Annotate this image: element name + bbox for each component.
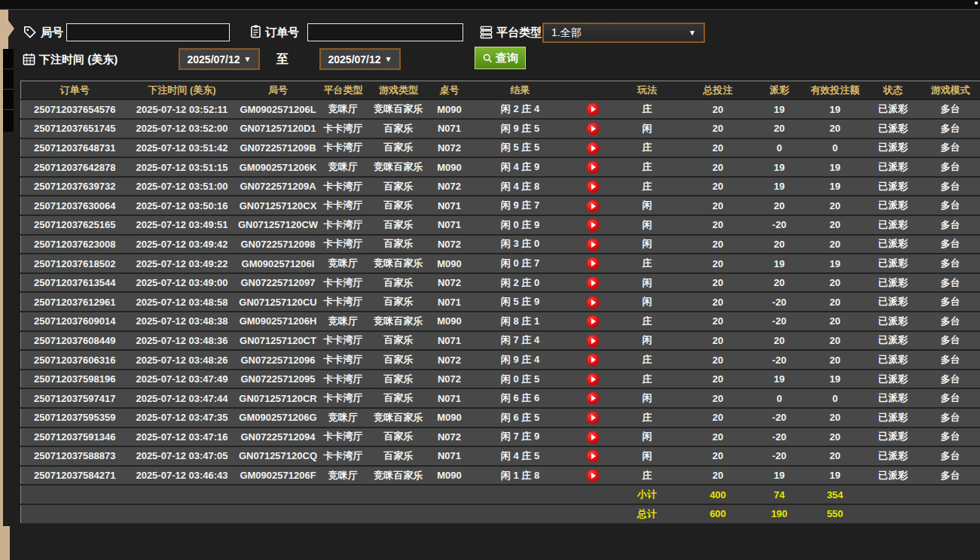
cell-total-bet: 20 — [682, 254, 754, 273]
replay-play-icon[interactable] — [587, 335, 599, 347]
replay-play-icon[interactable] — [587, 219, 599, 231]
cell-valid-bet: 20 — [805, 312, 866, 331]
query-button[interactable]: 查询 — [475, 47, 526, 69]
table-row: 250712037584271 2025-07-12 03:46:43 GM09… — [21, 466, 980, 485]
cell-game-type: 竞咪百家乐 — [366, 408, 432, 428]
replay-play-icon[interactable] — [587, 354, 599, 366]
table-row: 250712037597417 2025-07-12 03:47:44 GN07… — [21, 388, 980, 408]
replay-play-icon[interactable] — [587, 431, 599, 443]
replay-play-icon[interactable] — [587, 373, 599, 385]
cell-status: 已派彩 — [866, 312, 921, 331]
cell-game-mode: 多台 — [921, 254, 980, 273]
cell-platform: 卡卡湾厅 — [321, 119, 366, 138]
subtotal-valid-bet: 354 — [805, 485, 866, 504]
cell-platform: 卡卡湾厅 — [321, 388, 366, 408]
cell-bet-time: 2025-07-12 03:51:00 — [129, 177, 236, 196]
cell-result: 闲 2 庄 4 — [468, 100, 573, 120]
grand-total-total-bet: 600 — [682, 504, 754, 524]
replay-play-icon[interactable] — [587, 297, 599, 309]
table-row: 250712037612961 2025-07-12 03:48:58 GN07… — [21, 292, 980, 312]
cell-order-no: 250712037613544 — [21, 273, 129, 293]
cell-play-type: 庄 — [612, 254, 682, 273]
cell-round-no: GN07225712094 — [236, 428, 321, 447]
cell-play-type: 庄 — [612, 100, 682, 120]
cell-total-bet: 20 — [682, 292, 754, 312]
cell-payout: 19 — [754, 177, 805, 196]
cell-game-type: 竞咪百家乐 — [366, 466, 432, 485]
cell-replay — [573, 157, 612, 177]
cell-table-no: N072 — [432, 235, 468, 254]
cell-valid-bet: 20 — [805, 446, 866, 466]
date-to-picker[interactable]: 2025/07/12 ▼ — [319, 48, 401, 70]
cell-status: 已派彩 — [866, 138, 921, 158]
cell-result: 闲 4 庄 9 — [468, 157, 573, 177]
cell-payout: -20 — [754, 446, 805, 466]
platform-type-select[interactable]: 1.全部 ▼ — [542, 23, 705, 43]
cell-bet-time: 2025-07-12 03:50:16 — [129, 196, 236, 215]
cell-total-bet: 20 — [682, 350, 754, 370]
cell-total-bet: 20 — [682, 215, 754, 235]
cell-round-no: GN071257120D1 — [236, 119, 321, 138]
date-from-picker[interactable]: 2025/07/12 ▼ — [179, 48, 260, 70]
side-panel-collapse-tab[interactable] — [0, 10, 14, 49]
replay-play-icon[interactable] — [587, 277, 599, 289]
cell-payout: -20 — [754, 350, 805, 370]
cell-game-mode: 多台 — [921, 273, 980, 293]
replay-play-icon[interactable] — [587, 392, 599, 404]
replay-play-icon[interactable] — [587, 161, 599, 173]
replay-play-icon[interactable] — [587, 200, 599, 212]
cell-round-no: GM0902571206K — [236, 157, 321, 177]
order-number-input[interactable] — [307, 23, 463, 41]
replay-play-icon[interactable] — [587, 412, 599, 424]
cell-total-bet: 20 — [682, 408, 754, 428]
cell-table-no: N071 — [432, 388, 468, 408]
cell-play-type: 闲 — [612, 273, 682, 293]
table-row: 250712037588873 2025-07-12 03:47:05 GN07… — [21, 446, 980, 466]
cell-replay — [573, 235, 612, 254]
cell-status: 已派彩 — [866, 100, 921, 120]
cell-game-mode: 多台 — [921, 215, 980, 235]
replay-play-icon[interactable] — [587, 239, 599, 251]
cell-game-type: 百家乐 — [366, 428, 432, 447]
cell-table-no: N071 — [432, 215, 468, 235]
cell-game-mode: 多台 — [921, 466, 980, 485]
cell-total-bet: 20 — [682, 273, 754, 293]
cell-play-type: 庄 — [612, 350, 682, 370]
cell-bet-time: 2025-07-12 03:49:51 — [129, 215, 236, 235]
cell-status: 已派彩 — [866, 370, 921, 389]
round-number-label: 局号 — [41, 26, 63, 40]
cell-play-type: 庄 — [612, 138, 682, 158]
cell-replay — [573, 119, 612, 138]
column-header: 游戏类型 — [366, 81, 432, 100]
cell-valid-bet: 20 — [805, 119, 866, 138]
cell-order-no: 250712037595359 — [21, 408, 129, 428]
replay-play-icon[interactable] — [587, 181, 599, 193]
cell-replay — [573, 446, 612, 466]
cell-play-type: 闲 — [612, 446, 682, 466]
cell-payout: 19 — [754, 157, 805, 177]
cell-status: 已派彩 — [866, 196, 921, 215]
replay-play-icon[interactable] — [587, 123, 599, 135]
replay-play-icon[interactable] — [587, 103, 599, 115]
to-label: 至 — [276, 52, 289, 68]
cell-game-type: 百家乐 — [366, 273, 432, 293]
cell-valid-bet: 20 — [805, 215, 866, 235]
table-row: 250712037606316 2025-07-12 03:48:26 GN07… — [21, 350, 980, 370]
replay-play-icon[interactable] — [587, 142, 599, 154]
cell-table-no: N071 — [432, 292, 468, 312]
cell-bet-time: 2025-07-12 03:49:00 — [129, 273, 236, 293]
cell-game-mode: 多台 — [921, 350, 980, 370]
cell-status: 已派彩 — [866, 273, 921, 293]
round-number-input[interactable] — [66, 23, 230, 41]
replay-play-icon[interactable] — [587, 315, 599, 327]
replay-play-icon[interactable] — [587, 450, 599, 462]
replay-play-icon[interactable] — [587, 257, 599, 269]
platform-type-label: 平台类型 — [496, 26, 542, 40]
cell-order-no: 250712037639732 — [21, 177, 129, 196]
cell-play-type: 庄 — [612, 408, 682, 428]
cell-platform: 竞咪厅 — [321, 157, 366, 177]
replay-play-icon[interactable] — [587, 470, 599, 482]
column-header: 结果 — [468, 81, 573, 100]
cell-game-type: 百家乐 — [366, 331, 432, 351]
platform-stack-icon — [479, 25, 493, 39]
